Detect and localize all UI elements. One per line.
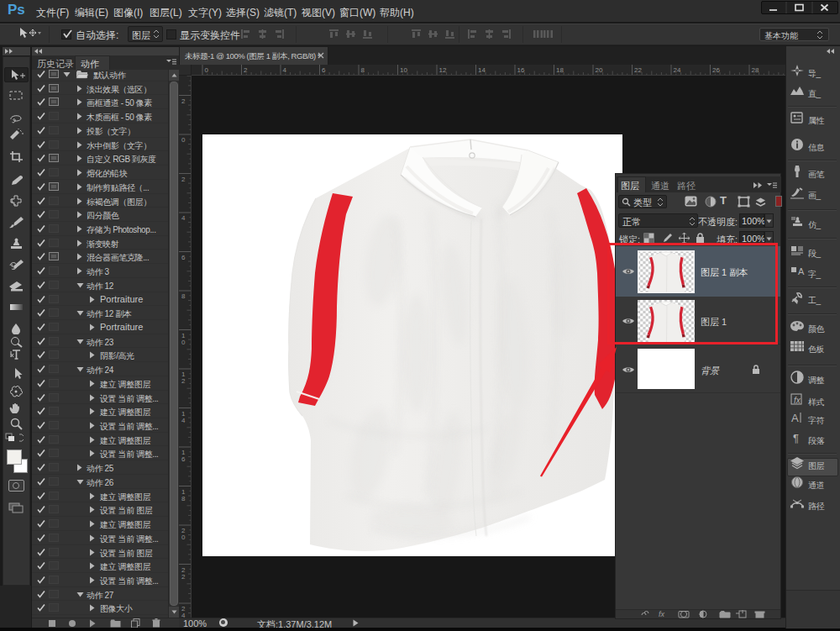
- svg-text:14: 14: [478, 66, 486, 74]
- svg-text:4: 4: [181, 612, 186, 618]
- svg-text:2: 2: [181, 573, 186, 581]
- svg-text:12: 12: [439, 66, 447, 74]
- svg-text:2: 2: [244, 66, 248, 74]
- svg-text:28: 28: [752, 66, 759, 74]
- svg-text:20: 20: [596, 66, 603, 74]
- svg-text:6: 6: [322, 66, 326, 74]
- svg-text:2: 2: [181, 377, 186, 385]
- svg-text:16: 16: [517, 66, 525, 74]
- svg-text:18: 18: [556, 66, 564, 74]
- svg-text:8: 8: [361, 66, 365, 74]
- svg-text:4: 4: [283, 66, 287, 74]
- svg-text:6: 6: [181, 455, 186, 463]
- svg-text:0: 0: [181, 534, 186, 541]
- svg-text:2: 2: [181, 176, 186, 183]
- svg-text:2: 2: [181, 97, 186, 105]
- svg-text:fx: fx: [659, 610, 665, 618]
- svg-text:24: 24: [674, 66, 681, 74]
- svg-text:10: 10: [400, 66, 407, 74]
- svg-text:0: 0: [181, 136, 186, 144]
- svg-text:4: 4: [181, 214, 186, 222]
- svg-text:fx: fx: [794, 396, 801, 405]
- svg-text:0: 0: [205, 66, 209, 74]
- svg-text:0: 0: [181, 339, 186, 346]
- svg-text:A: A: [798, 266, 805, 276]
- svg-text:8: 8: [181, 292, 186, 300]
- svg-text:8: 8: [181, 495, 186, 502]
- svg-text:26: 26: [712, 66, 720, 74]
- svg-text:A: A: [791, 412, 799, 424]
- svg-text:22: 22: [634, 66, 642, 74]
- svg-text:6: 6: [181, 254, 186, 261]
- svg-text:4: 4: [181, 417, 186, 424]
- svg-text:¶: ¶: [793, 432, 799, 444]
